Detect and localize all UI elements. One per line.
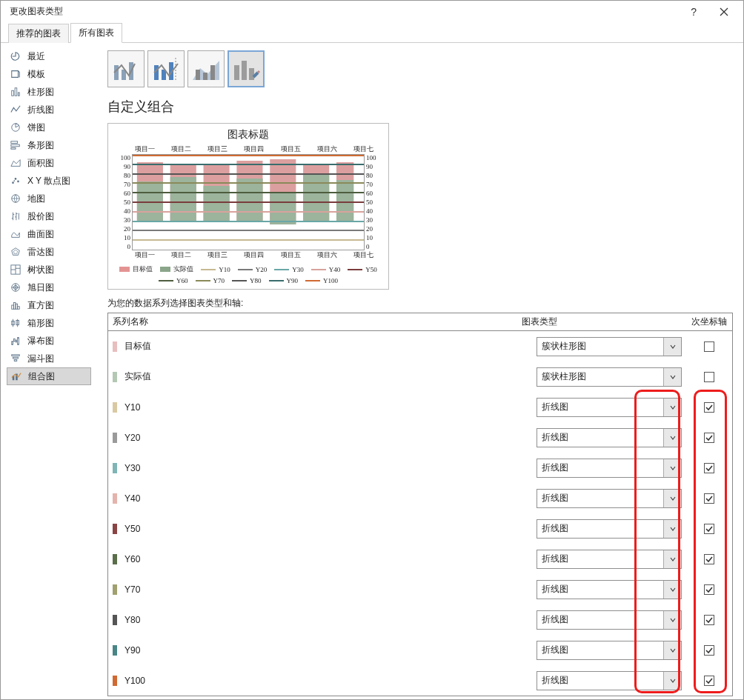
category-label: 股价图 xyxy=(27,210,54,223)
svg-point-9 xyxy=(15,178,17,180)
category-boxplot[interactable]: 箱形图 xyxy=(7,314,91,332)
chart-left-axis: 1009080706050403020100 xyxy=(113,154,132,250)
chart-type-select[interactable]: 折线图 xyxy=(537,580,682,599)
svg-point-10 xyxy=(17,181,19,183)
secondary-axis-checkbox[interactable] xyxy=(704,615,714,625)
category-map[interactable]: 地图 xyxy=(7,190,91,207)
legend-item: Y100 xyxy=(305,277,338,284)
series-swatch-icon xyxy=(113,341,117,352)
secondary-axis-checkbox[interactable] xyxy=(704,372,714,382)
series-name: Y80 xyxy=(124,615,140,625)
chart-legend: 目标值实际值Y10Y20Y30Y40Y50Y60Y70Y80Y90Y100 xyxy=(113,264,384,284)
dialog-title: 更改图表类型 xyxy=(10,5,63,18)
combo-subtype-2[interactable] xyxy=(147,50,185,87)
secondary-axis-checkbox[interactable] xyxy=(704,341,714,352)
category-histogram[interactable]: 直方图 xyxy=(7,296,91,314)
chart-type-select[interactable]: 簇状柱形图 xyxy=(537,337,682,356)
category-pie[interactable]: 饼图 xyxy=(7,119,91,136)
svg-rect-53 xyxy=(249,68,254,80)
legend-item: Y30 xyxy=(274,264,304,274)
category-funnel[interactable]: 漏斗图 xyxy=(7,350,91,367)
legend-item: 目标值 xyxy=(119,264,153,274)
funnel-icon xyxy=(10,353,21,364)
series-row: Y50折线图 xyxy=(108,513,732,544)
category-scatter[interactable]: X Y 散点图 xyxy=(7,172,91,190)
category-combo[interactable]: 组合图 xyxy=(7,367,91,385)
series-name: Y10 xyxy=(124,402,140,413)
tab-recommended[interactable]: 推荐的图表 xyxy=(8,24,69,43)
svg-rect-1 xyxy=(12,90,14,96)
chart-type-select[interactable]: 折线图 xyxy=(537,398,682,417)
category-column[interactable]: 柱形图 xyxy=(7,83,91,101)
chart-type-select[interactable]: 折线图 xyxy=(537,641,682,660)
series-swatch-icon xyxy=(113,524,117,534)
category-bar[interactable]: 条形图 xyxy=(7,136,91,154)
line-icon xyxy=(10,104,21,116)
svg-rect-73 xyxy=(236,179,262,221)
category-label: 漏斗图 xyxy=(27,353,54,365)
combo-subtype-3[interactable] xyxy=(187,50,225,87)
secondary-axis-checkbox[interactable] xyxy=(704,676,714,686)
category-label: 树状图 xyxy=(27,264,54,276)
secondary-axis-checkbox[interactable] xyxy=(704,402,714,413)
category-sunburst[interactable]: 旭日图 xyxy=(7,279,91,296)
titlebar: 更改图表类型 ? xyxy=(1,1,743,23)
series-swatch-icon xyxy=(113,493,117,504)
change-chart-type-dialog: 更改图表类型 ? 推荐的图表 所有图表 最近模板柱形图折线图饼图条形图面积图X … xyxy=(0,0,744,700)
combo-subtype-1[interactable] xyxy=(107,50,145,87)
svg-rect-74 xyxy=(270,192,296,224)
secondary-axis-checkbox[interactable] xyxy=(704,645,714,656)
close-button[interactable] xyxy=(709,1,739,23)
series-name: Y100 xyxy=(124,676,145,686)
series-swatch-icon xyxy=(113,463,117,473)
series-picker-label: 为您的数据系列选择图表类型和轴: xyxy=(107,297,733,310)
category-treemap[interactable]: 树状图 xyxy=(7,261,91,279)
category-template[interactable]: 模板 xyxy=(7,65,91,83)
tab-all-charts[interactable]: 所有图表 xyxy=(70,23,122,43)
secondary-axis-checkbox[interactable] xyxy=(704,493,714,504)
chart-type-select[interactable]: 折线图 xyxy=(537,489,682,508)
chart-type-select[interactable]: 折线图 xyxy=(537,519,682,539)
category-label: X Y 散点图 xyxy=(27,175,70,187)
category-stock[interactable]: 股价图 xyxy=(7,207,91,225)
svg-rect-36 xyxy=(13,357,19,359)
chart-type-select[interactable]: 折线图 xyxy=(537,610,682,630)
select-value: 折线图 xyxy=(537,644,663,656)
secondary-axis-checkbox[interactable] xyxy=(704,433,714,443)
select-value: 折线图 xyxy=(537,431,663,444)
secondary-axis-checkbox[interactable] xyxy=(704,524,714,534)
category-label: 直方图 xyxy=(27,299,54,312)
secondary-axis-checkbox[interactable] xyxy=(704,463,714,473)
category-recent[interactable]: 最近 xyxy=(7,47,91,65)
combo-subtype-custom[interactable] xyxy=(227,50,265,87)
surface-icon xyxy=(10,228,21,240)
chart-right-axis: 1009080706050403020100 xyxy=(365,154,384,250)
category-surface[interactable]: 曲面图 xyxy=(7,225,91,243)
category-radar[interactable]: 雷达图 xyxy=(7,243,91,261)
chart-type-select[interactable]: 折线图 xyxy=(537,550,682,569)
treemap-icon xyxy=(10,264,21,276)
chart-type-select[interactable]: 簇状柱形图 xyxy=(537,367,682,387)
select-value: 折线图 xyxy=(537,553,663,565)
chart-preview: 图表标题 项目一项目二项目三项目四项目五项目六项目七 1009080706050… xyxy=(107,123,389,290)
series-swatch-icon xyxy=(113,645,117,656)
secondary-axis-checkbox[interactable] xyxy=(704,554,714,564)
category-line[interactable]: 折线图 xyxy=(7,101,91,119)
category-waterfall[interactable]: 瀑布图 xyxy=(7,332,91,350)
chart-type-select[interactable]: 折线图 xyxy=(537,459,682,478)
series-swatch-icon xyxy=(113,372,117,382)
category-area[interactable]: 面积图 xyxy=(7,154,91,172)
legend-item: Y20 xyxy=(238,264,268,274)
chevron-down-icon xyxy=(663,490,681,507)
svg-rect-6 xyxy=(11,144,19,147)
secondary-axis-checkbox[interactable] xyxy=(704,584,714,595)
category-label: 曲面图 xyxy=(27,228,54,241)
chart-type-select[interactable]: 折线图 xyxy=(537,428,682,447)
help-button[interactable]: ? xyxy=(680,1,709,23)
category-label: 地图 xyxy=(27,193,45,205)
waterfall-icon xyxy=(10,335,21,347)
series-row: Y20折线图 xyxy=(108,422,732,453)
chevron-down-icon xyxy=(663,429,681,447)
stock-icon xyxy=(10,210,21,222)
chart-type-select[interactable]: 折线图 xyxy=(537,671,682,690)
